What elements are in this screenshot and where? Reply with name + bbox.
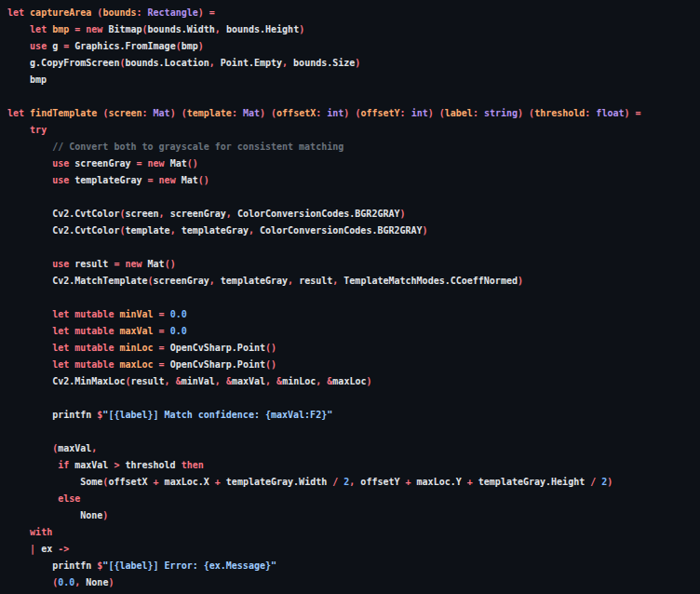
code-token-keyword: +	[215, 477, 226, 487]
code-line[interactable]: | ex ->	[7, 541, 700, 558]
code-line[interactable]: let bmp = new Bitmap(bounds.Width, bound…	[7, 21, 700, 38]
code-token-variable: minLoc	[119, 343, 158, 353]
code-line[interactable]	[7, 189, 700, 206]
code-token-keyword: let mutable	[52, 309, 119, 319]
code-token-keyword: new	[86, 24, 108, 34]
code-token-text: maxVal	[232, 376, 265, 386]
code-token-text: OpenCvSharp.Point	[170, 343, 265, 353]
code-line[interactable]: Cv2.CvtColor(template, templateGray, Col…	[7, 223, 700, 239]
code-line[interactable]: Cv2.CvtColor(screen, screenGray, ColorCo…	[7, 206, 700, 223]
code-line[interactable]: Cv2.MatchTemplate(screenGray, templateGr…	[7, 273, 700, 290]
code-token-keyword: )	[355, 58, 360, 68]
code-token-text	[7, 343, 52, 353]
code-token-text	[7, 493, 58, 504]
code-token-variable: findTemplate	[30, 108, 102, 118]
code-token-keyword: ) =	[198, 7, 215, 18]
code-token-text: Cv2.CvtColor	[7, 225, 119, 236]
code-token-keyword: with	[30, 527, 52, 537]
code-line[interactable]: // Convert both to grayscale for consist…	[7, 139, 700, 155]
code-line[interactable]	[7, 424, 700, 440]
code-token-keyword: ()	[265, 343, 276, 353]
code-line[interactable]: let findTemplate (screen: Mat) (template…	[7, 105, 700, 122]
code-token-keyword: )	[102, 510, 108, 520]
code-line[interactable]	[7, 88, 700, 105]
code-token-text: TemplateMatchModes.CCoeffNormed	[338, 276, 518, 286]
code-line[interactable]: use screenGray = new Mat()	[7, 155, 700, 172]
code-token-text: template	[125, 225, 169, 236]
code-token-text: templateGray.Height	[478, 477, 590, 487]
code-line[interactable]: use templateGray = new Mat()	[7, 172, 700, 189]
code-token-text: templateGray	[215, 276, 288, 286]
code-token-keyword: +	[406, 477, 417, 487]
code-line[interactable]: let mutable maxVal = 0.0	[7, 323, 700, 340]
code-token-keyword: ,	[91, 443, 97, 453]
code-token-text: Graphics.FromImage	[74, 41, 175, 51]
code-line[interactable]: let mutable minLoc = OpenCvSharp.Point()	[7, 340, 700, 357]
code-line[interactable]: with	[7, 524, 700, 541]
code-token-keyword: =	[74, 24, 86, 34]
code-token-variable: bmp	[52, 24, 74, 34]
code-token-text: bounds.Width	[148, 24, 215, 34]
code-token-text: Cv2.MatchTemplate	[7, 276, 148, 286]
code-token-variable: maxVal	[119, 326, 158, 336]
code-token-keyword: ) (	[518, 108, 534, 118]
code-token-variable: captureArea	[30, 7, 97, 18]
code-token-text: result	[74, 259, 114, 269]
code-token-keyword: |	[30, 544, 41, 554]
code-editor[interactable]: let captureArea (bounds: Rectangle) = le…	[0, 0, 700, 594]
code-token-text: maxVal	[58, 443, 91, 453]
code-token-text: screenGray	[74, 158, 136, 169]
code-token-keyword: ()	[165, 259, 176, 269]
code-line[interactable]	[7, 390, 700, 407]
code-token-text	[7, 158, 52, 169]
code-token-text: OpenCvSharp.Point	[170, 359, 265, 370]
code-token-keyword: =	[148, 175, 159, 185]
code-line[interactable]: use result = new Mat()	[7, 256, 700, 273]
code-line[interactable]: Cv2.MinMaxLoc(result, &minVal, &maxVal, …	[7, 373, 700, 390]
code-token-text: Mat	[170, 158, 187, 169]
code-token-number: 0.0	[170, 326, 187, 336]
code-token-text	[7, 460, 58, 470]
code-line[interactable]: (maxVal,	[7, 440, 700, 457]
code-token-keyword: =	[63, 41, 74, 51]
code-token-keyword: =	[137, 158, 148, 169]
code-token-comment: // Convert both to grayscale for consist…	[52, 142, 343, 152]
code-token-text: screen	[125, 209, 158, 219]
code-token-keyword: ()	[187, 158, 198, 169]
code-line[interactable]: else	[7, 491, 700, 507]
code-line[interactable]: bmp	[7, 72, 700, 88]
code-token-text	[7, 309, 52, 319]
code-line[interactable]: printfn $"[{label}] Match confidence: {m…	[7, 407, 700, 424]
code-token-keyword: ()	[265, 359, 276, 370]
code-line[interactable]: (0.0, None)	[7, 574, 700, 591]
code-line[interactable]: g.CopyFromScreen(bounds.Location, Point.…	[7, 55, 700, 72]
code-token-keyword: use	[52, 259, 74, 269]
code-token-keyword: )	[400, 209, 406, 219]
code-token-keyword: let	[7, 108, 30, 118]
code-line[interactable]: printfn $"[{label}] Error: {ex.Message}"	[7, 558, 700, 574]
code-line[interactable]	[7, 239, 700, 256]
code-token-text	[7, 24, 30, 34]
code-token-text: bounds.Location	[125, 58, 209, 68]
code-line[interactable]: Some(offsetX + maxLoc.X + templateGray.W…	[7, 474, 700, 491]
code-line[interactable]: use g = Graphics.FromImage(bmp)	[7, 38, 700, 55]
code-line[interactable]: None)	[7, 507, 700, 524]
code-token-text	[7, 527, 30, 537]
code-line[interactable]	[7, 290, 700, 306]
code-token-keyword: ) (	[343, 108, 360, 118]
code-line[interactable]: let mutable minVal = 0.0	[7, 306, 700, 323]
code-line[interactable]: if maxVal > threshold then	[7, 457, 700, 474]
code-token-variable: offsetY	[360, 108, 399, 118]
code-token-text: maxLoc	[332, 376, 366, 386]
code-token-keyword: let mutable	[52, 359, 119, 370]
code-token-variable: bounds	[102, 7, 136, 18]
code-line[interactable]: let mutable maxLoc = OpenCvSharp.Point()	[7, 357, 700, 373]
code-token-string: "[{label}] Match confidence: {maxVal:F2}…	[102, 410, 332, 420]
code-line[interactable]: let captureArea (bounds: Rectangle) =	[7, 5, 700, 21]
code-token-text	[7, 359, 52, 370]
code-token-text: Mat	[182, 175, 198, 185]
code-token-text: ColorConversionCodes.BGR2GRAY	[232, 209, 400, 219]
code-line[interactable]: try	[7, 122, 700, 139]
code-token-type: string	[478, 108, 518, 118]
code-token-keyword: then	[182, 460, 204, 470]
